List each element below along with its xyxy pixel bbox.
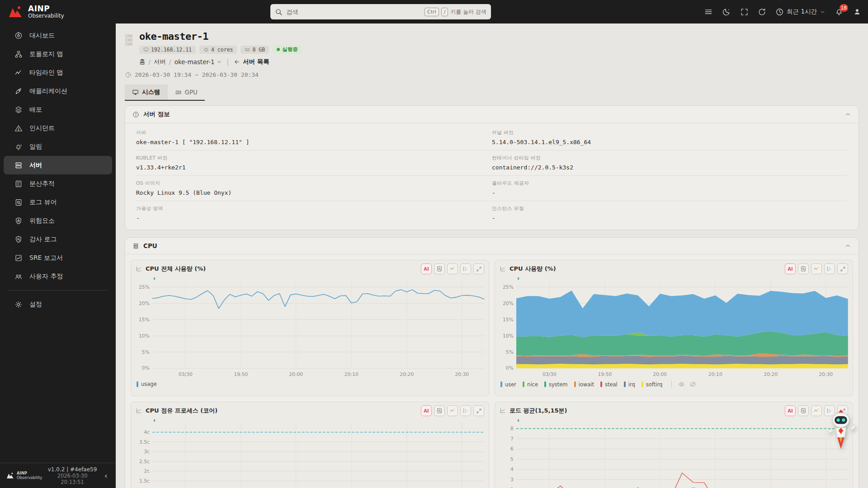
sidebar-item-sre-report[interactable]: SRE 보고서 xyxy=(4,249,112,267)
svg-text:19:50: 19:50 xyxy=(234,371,248,377)
hide-all-eye-off-icon[interactable] xyxy=(689,381,696,388)
field-kubelet-version: KUBLET 버전v1.33.4+rke2r1 xyxy=(136,150,492,176)
sidebar-item-alerts[interactable]: 알림 xyxy=(4,137,112,156)
back-to-server-list[interactable]: 서버 목록 xyxy=(234,58,269,66)
svg-text:20:00: 20:00 xyxy=(289,371,303,377)
sidebar-item-incident[interactable]: 인시던트 xyxy=(4,119,112,137)
collapse-chevron-icon[interactable] xyxy=(844,243,851,249)
sidebar-item-timeline-map[interactable]: 타임라인 맵 xyxy=(4,63,112,82)
log-inspect-button[interactable] xyxy=(798,405,809,416)
moon-icon xyxy=(722,7,731,16)
search-input[interactable] xyxy=(286,8,421,15)
sidebar-item-deployment[interactable]: 배포 xyxy=(4,100,112,119)
legend-item[interactable]: usage xyxy=(137,381,157,387)
sidebar-collapse-button[interactable]: ‹ xyxy=(103,471,109,480)
monitor-icon xyxy=(143,47,149,52)
notifications-button[interactable]: 18 xyxy=(835,7,844,16)
chart-title: CPU 점유 프로세스 (코어) xyxy=(146,407,417,415)
show-all-eye-icon[interactable] xyxy=(678,381,685,388)
tab-system[interactable]: 시스템 xyxy=(125,84,168,100)
breadcrumb-servers[interactable]: 서버 xyxy=(154,58,166,66)
expand-button[interactable] xyxy=(473,263,484,274)
sidebar-item-risks[interactable]: 위험요소 xyxy=(4,211,112,230)
gpu-icon xyxy=(175,89,182,96)
report-chart-icon xyxy=(14,254,23,262)
info-icon xyxy=(132,111,139,118)
layers-icon xyxy=(14,106,23,114)
trend-view-button[interactable] xyxy=(811,263,822,274)
time-range-select[interactable]: 최근 1시간 xyxy=(775,8,826,16)
page-title: oke-master-1 xyxy=(139,31,859,42)
chart-grid: CPU 전체 사용량 (%) AI 0%5%10%15%20%25%03/301… xyxy=(125,254,859,488)
svg-text:20:30: 20:30 xyxy=(455,371,469,377)
trend-view-button[interactable] xyxy=(447,263,458,274)
ai-analyze-button[interactable]: AI xyxy=(421,405,432,416)
cpu-total-usage-chart[interactable]: 0%5%10%15%20%25%03/3019:5020:0020:1020:2… xyxy=(131,276,489,379)
legend-item[interactable]: irq xyxy=(624,381,635,388)
fullscreen-button[interactable] xyxy=(740,8,749,16)
sidebar-item-settings[interactable]: 설정 xyxy=(4,295,112,314)
expand-button[interactable] xyxy=(473,405,484,416)
arrow-left-icon xyxy=(234,59,240,65)
scatter-view-button[interactable] xyxy=(460,263,471,274)
ai-analyze-button[interactable]: AI xyxy=(785,405,796,416)
legend-item[interactable]: iowait xyxy=(574,381,594,388)
chart-title: CPU 사용량 (%) xyxy=(509,265,781,273)
legend-item[interactable]: user xyxy=(500,381,516,388)
refresh-icon xyxy=(758,8,766,16)
sidebar-item-application[interactable]: 애플리케이션 xyxy=(4,82,112,100)
expand-button[interactable] xyxy=(837,263,848,274)
expand-icon xyxy=(476,266,482,272)
breadcrumb: 홈 / 서버 / oke-master-1 | 서버 목록 xyxy=(139,58,859,66)
sidebar-item-servers[interactable]: 서버 xyxy=(4,156,112,174)
sidebar-item-audit-log[interactable]: 감사 로그 xyxy=(4,230,112,249)
svg-text:4: 4 xyxy=(510,466,514,472)
tab-gpu[interactable]: GPU xyxy=(168,84,205,100)
brand-logo[interactable]: AINP Observability xyxy=(0,5,64,19)
trend-view-button[interactable] xyxy=(811,405,822,416)
menu-button[interactable] xyxy=(704,7,713,16)
breadcrumb-server-select[interactable]: oke-master-1 xyxy=(175,58,222,66)
warning-triangle-icon xyxy=(14,124,23,132)
ai-analyze-button[interactable]: AI xyxy=(785,263,796,274)
load-average-chart[interactable]: 1234567803/3019:5020:0020:1020:2020:30 xyxy=(495,418,853,488)
field-instance-type: 인스턴스 유형- xyxy=(492,201,848,226)
cpu-process-cores-chart[interactable]: 0.5c1c1.5c2c2.5c3c3.5c4c03/3019:5020:002… xyxy=(131,418,489,488)
scatter-view-button[interactable] xyxy=(824,263,835,274)
scatter-icon xyxy=(826,266,833,272)
field-availability-zone: 가용성 영역- xyxy=(136,201,492,226)
line-chart-icon xyxy=(136,266,142,272)
legend-item[interactable]: nice xyxy=(523,381,538,388)
dark-mode-toggle[interactable] xyxy=(722,7,731,16)
legend-item[interactable]: softirq xyxy=(642,381,662,388)
sidebar-item-tracing[interactable]: 분산추적 xyxy=(4,174,112,193)
legend-item[interactable]: system xyxy=(544,381,568,388)
breadcrumb-home[interactable]: 홈 xyxy=(139,58,146,66)
scatter-view-button[interactable] xyxy=(460,405,471,416)
topbar: AINP Observability Ctrl / 키를 눌러 검색 최근 1시… xyxy=(0,0,868,23)
refresh-button[interactable] xyxy=(758,8,766,16)
ai-chatbot-mascot[interactable] xyxy=(826,408,855,451)
scatter-icon xyxy=(462,266,469,272)
field-kernel-version: 커널 버전5.14.0-503.14.1.el9_5.x86_64 xyxy=(492,125,848,150)
log-inspect-button[interactable] xyxy=(798,263,809,274)
log-inspect-button[interactable] xyxy=(434,405,445,416)
ai-analyze-button[interactable]: AI xyxy=(421,263,432,274)
legend-item[interactable]: steal xyxy=(600,381,618,388)
user-profile-button[interactable] xyxy=(853,7,862,16)
sidebar-item-user-estimation[interactable]: 사용자 추정 xyxy=(4,267,112,286)
svg-text:25%: 25% xyxy=(139,284,150,290)
hamburger-icon xyxy=(704,7,713,16)
sidebar-item-dashboard[interactable]: 대시보드 xyxy=(4,26,112,45)
log-inspect-button[interactable] xyxy=(434,263,445,274)
trend-view-button[interactable] xyxy=(447,405,458,416)
doc-search-icon xyxy=(800,266,807,272)
sidebar-item-log-viewer[interactable]: 로그 뷰어 xyxy=(4,193,112,211)
sidebar-item-topology-map[interactable]: 토폴로지 맵 xyxy=(4,45,112,63)
svg-text:20%: 20% xyxy=(139,300,150,306)
collapse-chevron-icon[interactable] xyxy=(844,111,851,118)
kbd-ctrl: Ctrl xyxy=(425,8,439,16)
global-search[interactable]: Ctrl / 키를 눌러 검색 xyxy=(270,4,491,19)
cpu-usage-chart[interactable]: 0%5%10%15%20%25%03/3019:5020:0020:1020:2… xyxy=(495,276,853,379)
svg-text:3c: 3c xyxy=(144,449,150,455)
